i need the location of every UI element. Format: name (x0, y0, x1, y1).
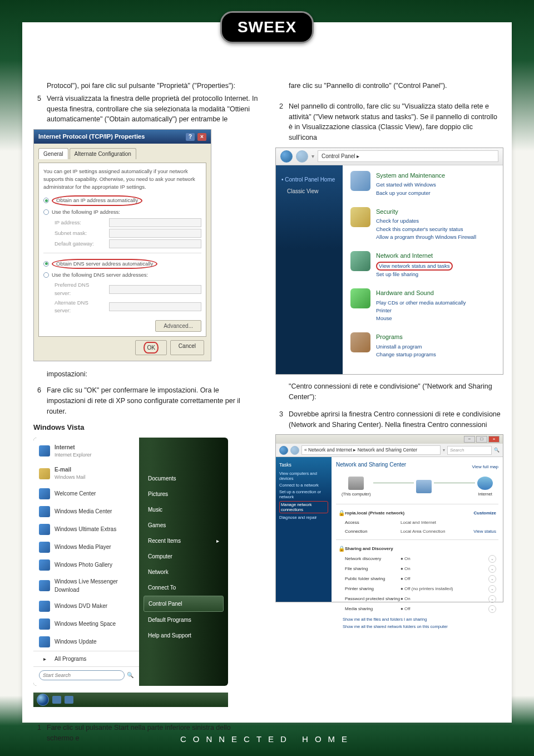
radio-use-following-dns[interactable]: Use the following DNS server addresses: (43, 271, 201, 279)
start-right-item[interactable]: Network (144, 564, 224, 580)
cat-hardware[interactable]: Hardware and Sound (376, 288, 495, 298)
start-menu-item[interactable]: Windows DVD Maker (33, 597, 139, 615)
app-icon (39, 580, 50, 591)
cancel-button[interactable]: Cancel (170, 340, 204, 355)
radio-use-following-ip[interactable]: Use the following IP address: (43, 208, 201, 216)
advanced-button[interactable]: Advanced... (155, 320, 201, 332)
chevron-down-icon[interactable]: ⌄ (488, 595, 496, 603)
link-backup[interactable]: Back up your computer (376, 189, 495, 197)
link-file-sharing[interactable]: Set up file sharing (376, 271, 495, 278)
start-right-item[interactable]: Recent Items ▸ (144, 533, 224, 548)
cat-programs[interactable]: Programs (376, 332, 495, 342)
manage-network-connections-link[interactable]: Manage network connections (279, 501, 328, 513)
chevron-down-icon[interactable]: ⌄ (488, 605, 496, 613)
sharing-row: Media sharing● Off⌄ (336, 604, 498, 614)
link-autoplay[interactable]: Play CDs or other media automatically (376, 299, 495, 307)
customize-link[interactable]: Customize (474, 510, 496, 517)
link-view-network-status[interactable]: View network status and tasks (376, 262, 495, 271)
network-internet-icon (350, 251, 370, 271)
link-uninstall[interactable]: Uninstall a program (376, 343, 495, 351)
view-status-link[interactable]: View status (473, 528, 496, 535)
link-get-started[interactable]: Get started with Windows (376, 181, 495, 189)
app-icon (39, 559, 50, 571)
maximize-icon[interactable]: □ (476, 436, 487, 443)
cp-classic-view[interactable]: Classic View (287, 187, 337, 195)
start-menu-item[interactable]: Windows Media Player (33, 538, 139, 556)
cp-home-link[interactable]: Control Panel Home (281, 175, 337, 184)
sharing-row: Printer sharing● Off (no printers instal… (336, 584, 498, 594)
tab-alternate[interactable]: Alternate Configuration (70, 148, 136, 159)
forward-button-icon[interactable] (290, 446, 299, 455)
start-right-item[interactable]: Games (144, 518, 224, 533)
sharing-row: Network discovery● On⌄ (336, 554, 498, 564)
taskbar-icon[interactable] (65, 696, 73, 704)
show-files-link[interactable]: Show me all the files and folders I am s… (343, 616, 498, 622)
close-icon[interactable]: × (197, 133, 206, 141)
vista-taskbar (33, 693, 228, 707)
start-search-input[interactable] (39, 670, 125, 680)
value-access: Local and Internet (400, 519, 496, 526)
minimize-icon[interactable]: − (464, 436, 475, 443)
start-right-item[interactable]: Help and Support (144, 628, 224, 643)
view-full-map-link[interactable]: View full map (472, 464, 498, 470)
close-icon[interactable]: × (488, 436, 500, 443)
chevron-down-icon[interactable]: ⌄ (488, 555, 496, 563)
cat-network[interactable]: Network and Internet (376, 251, 495, 261)
highlight-network-status: View network status and tasks (376, 262, 453, 271)
back-button-icon[interactable] (279, 446, 288, 455)
link-check-updates[interactable]: Check for updates (376, 217, 495, 225)
link-startup[interactable]: Change startup programs (376, 351, 495, 359)
link-firewall[interactable]: Allow a program through Windows Firewall (376, 233, 495, 241)
label-pref-dns: Preferred DNS server: (55, 281, 105, 297)
cat-system-maintenance[interactable]: System and Maintenance (376, 171, 495, 180)
cat-security[interactable]: Security (376, 207, 495, 217)
nsc-task-link[interactable]: View computers and devices (279, 471, 328, 481)
back-button-icon[interactable] (280, 150, 293, 163)
start-menu-item[interactable]: Windows Meeting Space (33, 615, 139, 633)
nsc-task-link[interactable]: Connect to a network (279, 483, 328, 488)
control-panel-menu-item[interactable]: Control Panel (144, 596, 224, 612)
start-right-item[interactable]: Music (144, 502, 224, 517)
nsc-task-link[interactable]: Set up a connection or network (279, 489, 328, 499)
start-item-internet[interactable]: InternetInternet Explorer (33, 440, 139, 463)
start-right-item[interactable]: Pictures (144, 487, 224, 502)
radio-obtain-ip-auto[interactable]: Obtain an IP address automatically (43, 195, 201, 205)
email-icon (39, 468, 50, 479)
start-right-item[interactable]: Computer (144, 549, 224, 564)
nsc-search-input[interactable]: Search (447, 446, 492, 455)
start-right-item[interactable]: Documents (144, 471, 224, 486)
start-menu-item[interactable]: Windows Media Center (33, 503, 139, 521)
start-menu-item[interactable]: Windows Photo Gallery (33, 556, 139, 574)
nsc-task-link[interactable]: Diagnose and repair (279, 515, 328, 520)
tab-general[interactable]: General (38, 148, 68, 159)
nsc-breadcrumb[interactable]: « Network and Internet ▸ Network and Sha… (301, 445, 441, 455)
link-mouse[interactable]: Mouse (376, 315, 495, 322)
start-orb-icon[interactable] (37, 694, 49, 706)
cp-breadcrumb[interactable]: Control Panel ▸ (318, 150, 498, 162)
input-gateway (109, 239, 201, 248)
app-icon (39, 524, 50, 535)
label-subnet: Subnet mask: (55, 229, 105, 237)
start-menu-item[interactable]: Windows Update (33, 633, 139, 651)
start-menu-item[interactable]: Windows Ultimate Extras (33, 521, 139, 538)
link-printer[interactable]: Printer (376, 307, 495, 315)
start-menu-item[interactable]: Windows Live Messenger Download (33, 574, 139, 597)
radio-obtain-dns-auto[interactable]: Obtain DNS server address automatically (43, 259, 201, 269)
help-icon[interactable]: ? (186, 133, 195, 141)
chevron-down-icon[interactable]: ⌄ (488, 575, 496, 583)
start-item-email[interactable]: E-mailWindows Mail (33, 462, 139, 485)
link-security-status[interactable]: Check this computer's security status (376, 225, 495, 233)
chevron-down-icon[interactable]: ⌄ (488, 585, 496, 593)
forward-button-icon[interactable] (296, 150, 308, 163)
start-right-item[interactable]: Default Programs (144, 612, 224, 627)
app-icon (39, 636, 50, 647)
label-connection: Connection (345, 528, 400, 535)
ok-button[interactable]: OK (135, 340, 166, 355)
chevron-down-icon[interactable]: ⌄ (488, 565, 496, 573)
hardware-sound-icon (350, 288, 370, 308)
start-right-item[interactable]: Connect To (144, 580, 224, 595)
taskbar-icon[interactable] (52, 696, 61, 704)
start-menu-item[interactable]: Welcome Center (33, 485, 139, 503)
all-programs[interactable]: ▸ All Programs (33, 651, 139, 666)
show-folders-link[interactable]: Show me all the shared network folders o… (343, 624, 498, 630)
